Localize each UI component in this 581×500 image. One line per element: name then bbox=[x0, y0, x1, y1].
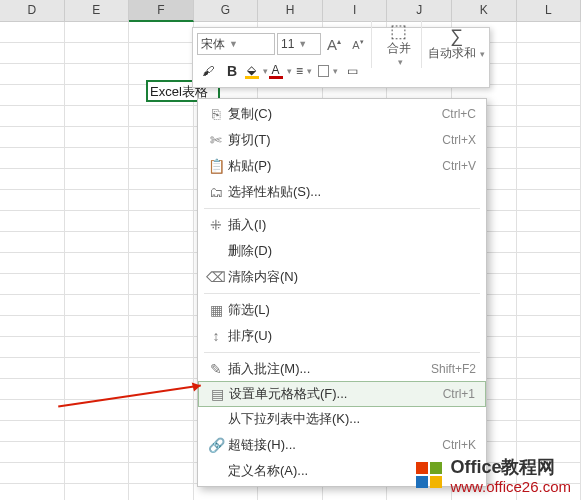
col-header-f[interactable]: F bbox=[129, 0, 194, 22]
menu-item[interactable]: ▦筛选(L) bbox=[198, 297, 486, 323]
font-name-combo[interactable]: 宋体 ▼ bbox=[197, 33, 275, 55]
menu-item[interactable]: 🗂选择性粘贴(S)... bbox=[198, 179, 486, 205]
grid-cell[interactable] bbox=[65, 295, 130, 316]
grid-cell[interactable] bbox=[0, 442, 65, 463]
grid-cell[interactable] bbox=[65, 190, 130, 211]
grid-cell[interactable] bbox=[517, 253, 582, 274]
grid-cell[interactable] bbox=[65, 64, 130, 85]
grid-cell[interactable] bbox=[517, 232, 582, 253]
decrease-font-button[interactable]: A▾ bbox=[347, 33, 369, 55]
grid-cell[interactable] bbox=[65, 148, 130, 169]
increase-font-button[interactable]: A▴ bbox=[323, 33, 345, 55]
grid-cell[interactable] bbox=[65, 337, 130, 358]
menu-item[interactable]: 删除(D) bbox=[198, 238, 486, 264]
grid-cell[interactable] bbox=[517, 337, 582, 358]
grid-cell[interactable] bbox=[0, 22, 65, 43]
menu-item[interactable]: ⎘复制(C)Ctrl+C bbox=[198, 101, 486, 127]
grid-cell[interactable] bbox=[517, 274, 582, 295]
bold-button[interactable]: B bbox=[221, 60, 243, 82]
grid-cell[interactable] bbox=[129, 232, 194, 253]
grid-cell[interactable] bbox=[0, 148, 65, 169]
grid-cell[interactable] bbox=[65, 274, 130, 295]
grid-cell[interactable] bbox=[65, 253, 130, 274]
grid-cell[interactable] bbox=[517, 295, 582, 316]
grid-cell[interactable] bbox=[0, 316, 65, 337]
grid-cell[interactable] bbox=[129, 442, 194, 463]
grid-cell[interactable] bbox=[65, 43, 130, 64]
grid-cell[interactable] bbox=[0, 106, 65, 127]
grid-cell[interactable] bbox=[0, 274, 65, 295]
format-painter-button[interactable]: 🖌 bbox=[197, 60, 219, 82]
grid-cell[interactable] bbox=[517, 43, 582, 64]
grid-cell[interactable] bbox=[517, 169, 582, 190]
menu-item[interactable]: ✄剪切(T)Ctrl+X bbox=[198, 127, 486, 153]
grid-cell[interactable] bbox=[517, 358, 582, 379]
grid-cell[interactable] bbox=[129, 169, 194, 190]
grid-cell[interactable] bbox=[129, 400, 194, 421]
grid-cell[interactable] bbox=[0, 64, 65, 85]
grid-cell[interactable] bbox=[129, 190, 194, 211]
grid-cell[interactable] bbox=[0, 253, 65, 274]
grid-cell[interactable] bbox=[129, 358, 194, 379]
menu-item[interactable]: ⌫清除内容(N) bbox=[198, 264, 486, 290]
grid-cell[interactable] bbox=[517, 148, 582, 169]
grid-cell[interactable] bbox=[517, 85, 582, 106]
grid-cell[interactable] bbox=[129, 22, 194, 43]
align-button[interactable]: ≡▾ bbox=[293, 60, 315, 82]
grid-cell[interactable] bbox=[0, 400, 65, 421]
grid-cell[interactable] bbox=[0, 169, 65, 190]
menu-item[interactable]: 📋粘贴(P)Ctrl+V bbox=[198, 153, 486, 179]
menu-item[interactable]: 从下拉列表中选择(K)... bbox=[198, 406, 486, 432]
grid-cell[interactable] bbox=[129, 106, 194, 127]
grid-cell[interactable] bbox=[517, 421, 582, 442]
grid-cell[interactable] bbox=[517, 379, 582, 400]
grid-cell[interactable] bbox=[0, 211, 65, 232]
grid-cell[interactable] bbox=[65, 211, 130, 232]
grid-cell[interactable] bbox=[0, 295, 65, 316]
col-header-i[interactable]: I bbox=[323, 0, 388, 22]
grid-cell[interactable] bbox=[0, 379, 65, 400]
col-header-g[interactable]: G bbox=[194, 0, 259, 22]
grid-cell[interactable] bbox=[129, 379, 194, 400]
grid-cell[interactable] bbox=[0, 85, 65, 106]
grid-cell[interactable] bbox=[517, 316, 582, 337]
menu-item[interactable]: ▤设置单元格格式(F)...Ctrl+1 bbox=[198, 381, 486, 407]
col-header-e[interactable]: E bbox=[65, 0, 130, 22]
grid-cell[interactable] bbox=[129, 295, 194, 316]
grid-cell[interactable] bbox=[65, 463, 130, 484]
grid-cell[interactable] bbox=[129, 253, 194, 274]
grid-cell[interactable] bbox=[0, 232, 65, 253]
grid-cell[interactable] bbox=[129, 148, 194, 169]
grid-cell[interactable] bbox=[0, 190, 65, 211]
grid-cell[interactable] bbox=[129, 421, 194, 442]
grid-cell[interactable] bbox=[0, 43, 65, 64]
col-header-l[interactable]: L bbox=[517, 0, 582, 22]
grid-cell[interactable] bbox=[65, 421, 130, 442]
grid-cell[interactable] bbox=[129, 211, 194, 232]
font-size-combo[interactable]: 11 ▼ bbox=[277, 33, 321, 55]
borders-button[interactable]: ▾ bbox=[317, 60, 339, 82]
grid-cell[interactable] bbox=[517, 400, 582, 421]
grid-cell[interactable] bbox=[0, 358, 65, 379]
grid-cell[interactable] bbox=[65, 316, 130, 337]
menu-item[interactable]: ⁜插入(I) bbox=[198, 212, 486, 238]
grid-cell[interactable] bbox=[517, 64, 582, 85]
grid-cell[interactable] bbox=[129, 337, 194, 358]
grid-cell[interactable] bbox=[65, 442, 130, 463]
font-color-button[interactable]: A ▾ bbox=[269, 60, 291, 82]
grid-cell[interactable] bbox=[65, 106, 130, 127]
grid-cell[interactable] bbox=[517, 211, 582, 232]
grid-cell[interactable] bbox=[0, 421, 65, 442]
cell-fill-button[interactable]: ▭ bbox=[341, 60, 363, 82]
grid-cell[interactable] bbox=[129, 274, 194, 295]
menu-item[interactable]: ✎插入批注(M)...Shift+F2 bbox=[198, 356, 486, 382]
grid-cell[interactable] bbox=[65, 85, 130, 106]
grid-cell[interactable] bbox=[65, 127, 130, 148]
grid-cell[interactable] bbox=[517, 22, 582, 43]
col-header-k[interactable]: K bbox=[452, 0, 517, 22]
grid-cell[interactable] bbox=[65, 232, 130, 253]
grid-cell[interactable] bbox=[129, 127, 194, 148]
grid-cell[interactable] bbox=[517, 106, 582, 127]
grid-cell[interactable] bbox=[0, 463, 65, 484]
grid-cell[interactable] bbox=[129, 484, 194, 500]
